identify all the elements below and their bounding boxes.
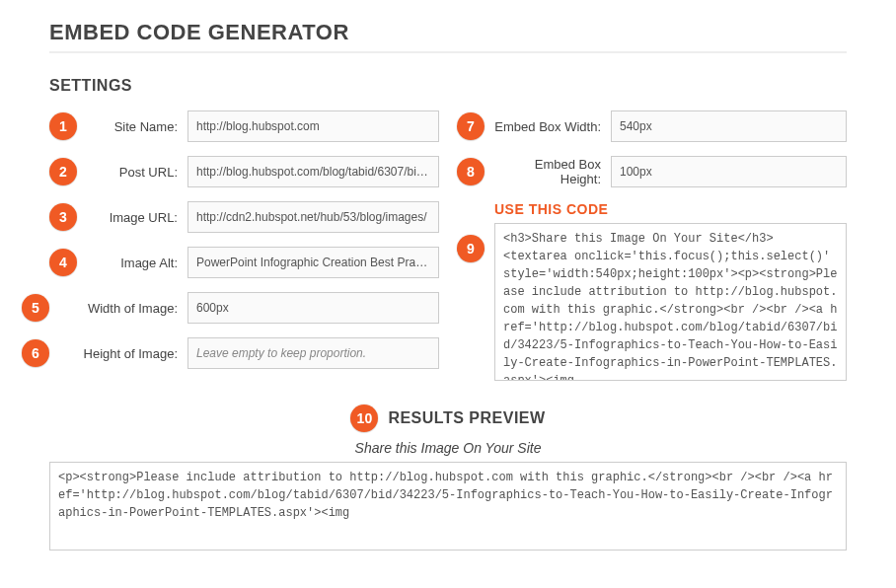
field-image-alt: 4 Image Alt: bbox=[49, 247, 439, 278]
input-width-of-image[interactable] bbox=[187, 292, 439, 324]
input-image-alt[interactable] bbox=[187, 247, 439, 278]
page-title: EMBED CODE GENERATOR bbox=[49, 20, 847, 53]
label-width-of-image: Width of Image: bbox=[59, 301, 178, 316]
step-badge-3: 3 bbox=[49, 203, 77, 231]
field-width-of-image: 5 Width of Image: bbox=[22, 292, 439, 324]
results-preview-textarea[interactable] bbox=[49, 462, 847, 551]
step-badge-1: 1 bbox=[49, 112, 77, 140]
step-badge-6: 6 bbox=[22, 339, 49, 367]
step-badge-9: 9 bbox=[457, 235, 485, 262]
label-site-name: Site Name: bbox=[87, 119, 178, 134]
input-post-url[interactable] bbox=[187, 156, 439, 187]
input-site-name[interactable] bbox=[187, 110, 439, 142]
field-site-name: 1 Site Name: bbox=[49, 110, 439, 142]
field-height-of-image: 6 Height of Image: bbox=[22, 337, 439, 369]
field-embed-box-width: 7 Embed Box Width: bbox=[457, 110, 847, 142]
step-badge-4: 4 bbox=[49, 249, 77, 276]
label-height-of-image: Height of Image: bbox=[59, 346, 178, 361]
input-height-of-image[interactable] bbox=[187, 337, 439, 369]
step-badge-8: 8 bbox=[457, 158, 485, 185]
step-badge-7: 7 bbox=[457, 112, 485, 140]
field-post-url: 2 Post URL: bbox=[49, 156, 439, 187]
code-output-row: 9 bbox=[457, 223, 847, 381]
label-image-url: Image URL: bbox=[87, 210, 178, 225]
label-image-alt: Image Alt: bbox=[87, 256, 178, 270]
input-embed-box-width[interactable] bbox=[611, 110, 847, 142]
use-this-code-heading: USE THIS CODE bbox=[494, 201, 847, 217]
settings-heading: SETTINGS bbox=[49, 77, 847, 95]
step-badge-5: 5 bbox=[22, 294, 49, 322]
share-caption: Share this Image On Your Site bbox=[49, 440, 847, 456]
field-image-url: 3 Image URL: bbox=[49, 201, 439, 233]
label-embed-box-width: Embed Box Width: bbox=[494, 119, 601, 134]
input-embed-box-height[interactable] bbox=[611, 156, 847, 187]
label-post-url: Post URL: bbox=[87, 165, 178, 180]
field-embed-box-height: 8 Embed Box Height: bbox=[457, 156, 847, 187]
step-badge-10: 10 bbox=[350, 404, 378, 432]
embed-code-output[interactable] bbox=[494, 223, 847, 381]
input-image-url[interactable] bbox=[187, 201, 439, 233]
label-embed-box-height: Embed Box Height: bbox=[494, 157, 601, 186]
results-preview-heading: RESULTS PREVIEW bbox=[388, 409, 545, 427]
step-badge-2: 2 bbox=[49, 158, 77, 185]
